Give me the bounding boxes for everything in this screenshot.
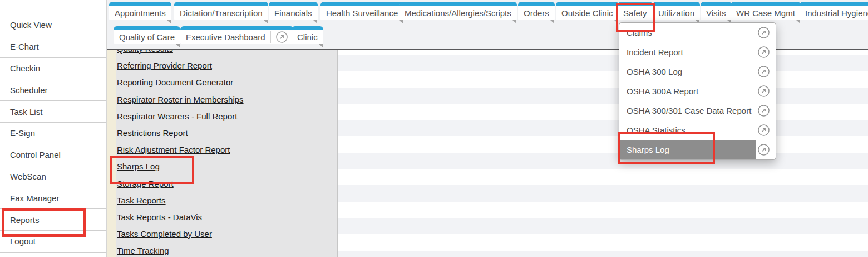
menu-item-osha-300-301-case-data-report[interactable]: OSHA 300/301 Case Data Report bbox=[619, 101, 776, 120]
menu-item-osha-statistics[interactable]: OSHA Statistics bbox=[619, 120, 776, 140]
menu-item-label: OSHA 300/301 Case Data Report bbox=[627, 106, 757, 115]
report-link-respirator-wearers[interactable]: Respirator Wearers - Full Report bbox=[117, 108, 335, 125]
main-content-area bbox=[338, 50, 868, 257]
menu-item-claims[interactable]: Claims bbox=[619, 23, 776, 42]
open-in-new-icon[interactable] bbox=[757, 65, 770, 78]
tab-label: Executive Dashboard bbox=[186, 32, 265, 42]
menu-item-label: OSHA 300A Report bbox=[627, 86, 757, 96]
tab-clinic[interactable]: Clinic bbox=[292, 26, 323, 44]
sidebar-item-e-chart[interactable]: E-Chart bbox=[0, 36, 106, 58]
report-link-tasks-completed-by-user[interactable]: Tasks Completed by User bbox=[117, 226, 335, 243]
tab-outside-clinic[interactable]: Outside Clinic bbox=[556, 2, 619, 20]
safety-dropdown-menu: Claims Incident Report OSHA 300 Log OSHA… bbox=[619, 22, 776, 160]
sidebar-item-checkin[interactable]: Checkin bbox=[0, 58, 106, 80]
sidebar-item-control-panel[interactable]: Control Panel bbox=[0, 144, 106, 166]
tab-label: Clinic bbox=[297, 32, 318, 42]
menu-item-sharps-log[interactable]: Sharps Log bbox=[619, 140, 776, 159]
tab-financials[interactable]: Financials bbox=[269, 2, 318, 20]
sidebar-item-e-sign[interactable]: E-Sign bbox=[0, 123, 106, 144]
tab-wr-case-mgmt[interactable]: WR Case Mgmt bbox=[731, 2, 801, 20]
tab-label: Quality of Care bbox=[119, 32, 175, 42]
tab-visits[interactable]: Visits bbox=[701, 2, 732, 20]
tab-safety[interactable]: Safety bbox=[618, 2, 653, 20]
tab-dictation-transcription[interactable]: Dictation/Transcription bbox=[174, 2, 268, 20]
menu-item-label: OSHA 300 Log bbox=[627, 67, 757, 76]
tab-label: Outside Clinic bbox=[561, 8, 613, 18]
sidebar-item-logout[interactable]: Logout bbox=[0, 231, 106, 253]
report-links-list: Quality Results Referring Provider Repor… bbox=[117, 41, 335, 257]
open-in-new-icon[interactable] bbox=[757, 143, 770, 156]
tab-label: Orders bbox=[524, 8, 549, 18]
tab-label: WR Case Mgmt bbox=[736, 8, 795, 18]
tab-label: Industrial Hygiene bbox=[805, 8, 868, 18]
open-in-new-icon[interactable] bbox=[757, 104, 770, 117]
tab-health-surveillance[interactable]: Health Surveillance bbox=[320, 2, 403, 20]
tab-label: Financials bbox=[274, 8, 312, 18]
sidebar: Quick View E-Chart Checkin Scheduler Tas… bbox=[0, 0, 107, 257]
tab-orders[interactable]: Orders bbox=[518, 2, 555, 20]
tab-executive-dashboard[interactable]: Executive Dashboard bbox=[180, 26, 294, 44]
tab-label: Visits bbox=[706, 8, 726, 18]
menu-item-osha-300a-report[interactable]: OSHA 300A Report bbox=[619, 81, 776, 101]
report-link-time-tracking[interactable]: Time Tracking bbox=[117, 243, 335, 257]
sidebar-top-spacer bbox=[0, 0, 106, 14]
tab-quality-of-care[interactable]: Quality of Care bbox=[114, 26, 180, 44]
tab-label: Appointments bbox=[115, 8, 166, 18]
report-link-storage-report[interactable]: Storage Report bbox=[117, 176, 335, 192]
tab-separator bbox=[270, 31, 271, 43]
menu-item-label: OSHA Statistics bbox=[627, 125, 757, 135]
open-in-new-icon[interactable] bbox=[757, 85, 770, 98]
menu-item-osha-300-log[interactable]: OSHA 300 Log bbox=[619, 62, 776, 81]
tab-industrial-hygiene[interactable]: Industrial Hygiene bbox=[800, 2, 868, 20]
report-link-reporting-document-generator[interactable]: Reporting Document Generator bbox=[117, 74, 335, 91]
report-link-task-reports[interactable]: Task Reports bbox=[117, 192, 335, 209]
tab-utilization[interactable]: Utilization bbox=[653, 2, 700, 20]
open-in-new-icon[interactable] bbox=[757, 124, 770, 137]
menu-item-label: Claims bbox=[627, 28, 757, 37]
menu-item-label: Sharps Log bbox=[627, 145, 757, 154]
tab-label: Safety bbox=[623, 8, 647, 18]
open-in-new-icon[interactable] bbox=[757, 26, 770, 39]
menu-item-incident-report[interactable]: Incident Report bbox=[619, 42, 776, 62]
reports-panel: Quality Results Referring Provider Repor… bbox=[107, 50, 338, 257]
tab-appointments[interactable]: Appointments bbox=[109, 2, 171, 20]
report-link-referring-provider-report[interactable]: Referring Provider Report bbox=[117, 57, 335, 74]
sidebar-item-task-list[interactable]: Task List bbox=[0, 101, 106, 123]
report-link-respirator-roster[interactable]: Respirator Roster in Memberships bbox=[117, 91, 335, 108]
sidebar-item-scheduler[interactable]: Scheduler bbox=[0, 79, 106, 101]
tab-label: Dictation/Transcription bbox=[180, 8, 263, 18]
report-link-sharps-log[interactable]: Sharps Log bbox=[117, 158, 335, 175]
open-in-new-icon[interactable] bbox=[275, 31, 288, 43]
panel-scroll-track bbox=[107, 50, 116, 257]
report-link-risk-adjustment-factor[interactable]: Risk Adjustment Factor Report bbox=[117, 142, 335, 158]
open-in-new-icon[interactable] bbox=[757, 46, 770, 59]
tab-label: Health Surveillance bbox=[326, 8, 398, 18]
sidebar-item-quick-view[interactable]: Quick View bbox=[0, 14, 106, 36]
tab-label: Medications/Allergies/Scripts bbox=[405, 8, 511, 18]
report-link-task-reports-datavis[interactable]: Task Reports - DataVis bbox=[117, 209, 335, 226]
tab-medications-allergies-scripts[interactable]: Medications/Allergies/Scripts bbox=[399, 2, 517, 20]
menu-item-label: Incident Report bbox=[627, 47, 757, 57]
report-link-restrictions-report[interactable]: Restrictions Report bbox=[117, 125, 335, 142]
sidebar-item-reports[interactable]: Reports bbox=[0, 209, 106, 231]
tab-label: Utilization bbox=[658, 8, 694, 18]
sidebar-item-webscan[interactable]: WebScan bbox=[0, 166, 106, 188]
sidebar-item-fax-manager[interactable]: Fax Manager bbox=[0, 187, 106, 209]
